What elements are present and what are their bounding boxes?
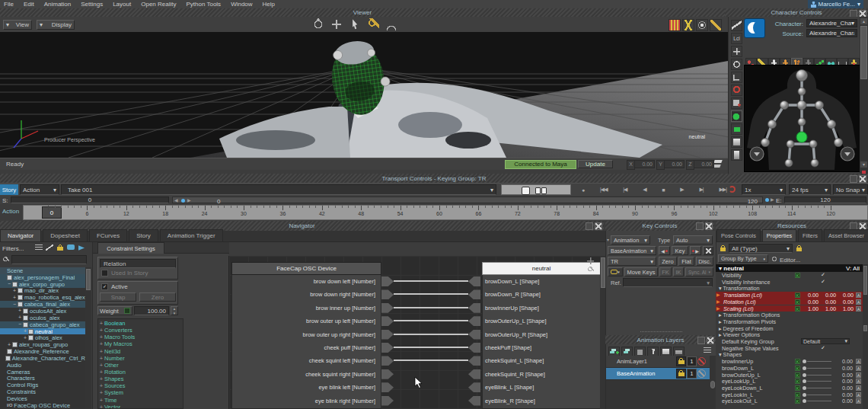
zoom-icon[interactable] xyxy=(367,18,379,30)
keying-group-dropdown[interactable]: TR▾ xyxy=(608,257,656,266)
menu-item-animation[interactable]: Animation xyxy=(44,1,72,8)
current-frame-marker[interactable]: 0 xyxy=(42,206,62,219)
active-checkbox[interactable]: ✓ xyxy=(101,283,108,290)
tab-fcurves[interactable]: FCurves xyxy=(89,229,127,241)
tree-item-characters[interactable]: Characters xyxy=(0,375,85,382)
object-header-row[interactable]: ▾ neutral V: All xyxy=(716,264,863,272)
weight-button[interactable]: Weight xyxy=(97,306,132,315)
stereo-icon[interactable] xyxy=(696,19,708,31)
cylinder-icon[interactable] xyxy=(731,149,742,161)
collapse-icon[interactable]: ▾ xyxy=(607,237,609,246)
tree-item-alex-personagem-final[interactable]: alex_personagem_Final xyxy=(0,274,85,281)
input-connector-icon[interactable] xyxy=(468,396,480,406)
view-dropdown[interactable]: ▾ View xyxy=(3,20,32,30)
tree-item-cameras[interactable]: Cameras xyxy=(0,369,85,375)
character-dropdown[interactable]: Alexandre_Character ▾ xyxy=(806,19,857,27)
range-arrow-icon[interactable]: ▶ xyxy=(771,197,774,202)
close-panel-icon[interactable] xyxy=(707,337,714,344)
input-port-browdown-r-shape[interactable]: browDown_R [Shape] xyxy=(485,291,541,298)
layer-menu-icon[interactable] xyxy=(704,347,711,353)
property-row-shapes[interactable]: ▾ Shapes xyxy=(716,351,863,358)
animation-dropdown[interactable]: Animation▾ xyxy=(611,235,650,244)
output-connector-icon[interactable] xyxy=(381,343,394,353)
zoom-right-arrow-icon[interactable]: ▶ xyxy=(187,197,191,203)
group-select-icon[interactable] xyxy=(731,123,742,135)
scrollbar-step[interactable] xyxy=(863,325,867,331)
output-port-brow-outer-up-right-number[interactable]: brow outer up right [Number] xyxy=(231,331,375,338)
key-options-dropdown[interactable]: ▾ xyxy=(608,267,623,276)
shape-row-browouterup-l[interactable]: browOuterUp_LK0.00A xyxy=(716,372,863,379)
close-panel-icon[interactable] xyxy=(859,175,866,183)
scrollbar-thumb[interactable] xyxy=(860,26,867,79)
tab-pose-controls[interactable]: Pose Controls xyxy=(716,229,761,241)
units-icon[interactable] xyxy=(669,19,681,31)
shape-row-browinnerup[interactable]: browInnerUpK0.00A xyxy=(716,358,863,365)
operator-group-macro-tools[interactable]: +Macro Tools xyxy=(98,334,183,340)
tab-navigator[interactable]: Navigator xyxy=(0,229,41,241)
jump-start-button[interactable]: |◀◀ xyxy=(600,187,608,193)
property-row-rotation-lcl[interactable]: ▶Rotation (Lcl)K0.000.000.00A xyxy=(716,299,863,305)
pan-canvas-icon[interactable] xyxy=(587,257,594,264)
expand-plus-icon[interactable]: + xyxy=(98,320,104,327)
weight-spinner[interactable]: ▴▾ xyxy=(171,306,178,315)
type-dropdown[interactable]: Auto▾ xyxy=(673,235,713,244)
tree-item-scene[interactable]: Scene xyxy=(0,267,85,274)
arc-icon[interactable] xyxy=(385,18,397,30)
tree-item-neutral[interactable]: +neutral xyxy=(0,328,85,335)
tree-item-mao-dir-alex[interactable]: +mao_dir_alex xyxy=(0,288,85,295)
layer-weight[interactable]: 1 xyxy=(687,356,697,366)
property-value[interactable]: 0.00 xyxy=(837,299,854,305)
input-port-browouterup-l-shape[interactable]: browOuterUp_L [Shape] xyxy=(485,318,547,324)
slider-track[interactable] xyxy=(807,388,831,388)
slider-knob-icon[interactable] xyxy=(803,399,806,403)
close-panel-icon[interactable] xyxy=(705,222,713,230)
shape-row-eyelookup-l[interactable]: eyeLookUp_LK0.00A xyxy=(716,378,863,385)
snap-tool-icon[interactable] xyxy=(731,85,742,96)
anim-box-icon[interactable]: A xyxy=(856,306,861,312)
operator-group-number[interactable]: +Number xyxy=(98,355,183,362)
output-port-brow-down-right-number[interactable]: brow down right [Number] xyxy=(231,291,375,298)
property-row-transformation[interactable]: ▾ Transformation xyxy=(716,285,863,292)
relation-target-node-header[interactable]: neutral xyxy=(482,262,601,275)
shape-row-eyelookdown-l[interactable]: eyeLookDown_LK0.00A xyxy=(716,385,863,391)
shape-value[interactable]: 0.00 xyxy=(830,378,853,385)
timeline-zoom-bar[interactable]: ◀ ▶ 0 120 xyxy=(172,197,763,203)
output-connector-icon[interactable] xyxy=(381,303,394,313)
operator-group-time[interactable]: +Time xyxy=(98,397,183,404)
menu-item-file[interactable]: File xyxy=(4,1,14,8)
expand-plus-icon[interactable]: + xyxy=(98,382,104,389)
previous-key-button[interactable]: ◀ xyxy=(659,246,670,255)
tree-item-oculosalt-alex[interactable]: +oculosAlt_alex xyxy=(0,308,85,315)
shape-value[interactable]: 0.00 xyxy=(830,365,853,372)
key-box-icon[interactable]: K xyxy=(795,299,800,305)
expand-plus-icon[interactable]: + xyxy=(98,362,104,369)
tab-filters[interactable]: Filters xyxy=(798,229,822,241)
user-account-menu[interactable]: Marcello Fe... ▾ xyxy=(808,0,863,8)
output-connector-icon[interactable] xyxy=(381,276,394,286)
property-row-negative-shape-values[interactable]: Negative Shape Values✓ xyxy=(716,345,863,352)
input-connector-icon[interactable] xyxy=(468,330,480,340)
delete-key-button[interactable] xyxy=(703,246,713,255)
jump-end-button[interactable]: ▶▶| xyxy=(719,187,726,193)
ik-button[interactable]: IK xyxy=(673,267,684,276)
used-in-story-checkbox[interactable] xyxy=(101,270,108,276)
menu-item-settings[interactable]: Settings xyxy=(81,1,103,8)
key-box-icon[interactable]: K xyxy=(795,379,800,384)
shape-row-browdown-l[interactable]: browDown_LK0.00A xyxy=(716,365,863,372)
scrollbar[interactable] xyxy=(600,256,605,409)
lcl-mode[interactable]: Lcl xyxy=(731,33,742,44)
scale-tool-icon[interactable] xyxy=(731,72,742,83)
menu-item-layout[interactable]: Layout xyxy=(113,1,131,8)
menu-item-help[interactable]: Help xyxy=(263,1,275,8)
editor-button[interactable]: Editor... xyxy=(780,257,800,264)
slider-track[interactable] xyxy=(807,361,831,362)
translate-tool-icon[interactable] xyxy=(731,46,742,57)
operator-group-sources[interactable]: +Sources xyxy=(98,382,183,389)
expand-plus-icon[interactable]: + xyxy=(98,397,104,404)
input-port-cheeksquint-l-shape[interactable]: cheekSquint_L [Shape] xyxy=(485,357,544,364)
expand-plus-icon[interactable]: + xyxy=(98,389,104,396)
tree-item-audio[interactable]: Audio xyxy=(0,362,85,369)
anim-box-icon[interactable]: A xyxy=(856,299,861,305)
property-dropdown[interactable]: Default▾ xyxy=(801,338,850,344)
input-connector-icon[interactable] xyxy=(468,276,480,286)
